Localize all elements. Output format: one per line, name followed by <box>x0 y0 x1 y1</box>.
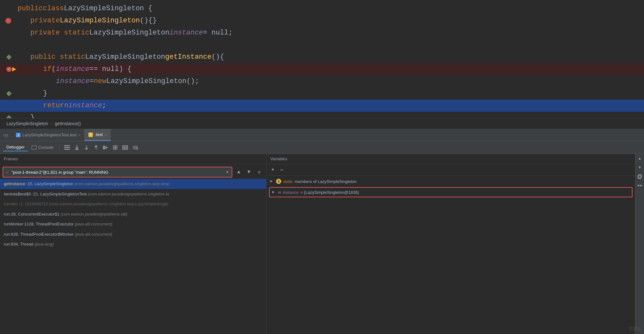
table-icon <box>122 145 128 150</box>
svg-rect-1 <box>64 147 70 148</box>
evaluate-button[interactable] <box>111 144 120 151</box>
more-icon <box>132 145 138 150</box>
var-expand-icon-1: ▶ <box>270 179 274 183</box>
frame-loc-1: :15, LazySimpleSingleton <box>26 181 74 186</box>
thread-check-icon: ✓ <box>6 170 10 175</box>
svg-marker-6 <box>106 146 108 149</box>
toolbar-sep-1 <box>59 144 60 151</box>
frame-pkg-2: (com.eamon.javadesignpatterns.singleton.… <box>88 192 169 196</box>
frames-panel: Frames ✓ "pool-1-thread-2"@1,821 in grou… <box>0 154 266 334</box>
var-instance-name: instance <box>283 190 298 195</box>
thread-up-button[interactable]: ▲ <box>234 168 243 177</box>
table-view-button[interactable] <box>120 144 130 151</box>
code-line-2: private LazySimpleSingleton (){} <box>0 15 644 27</box>
frame-item-run1[interactable]: run:28, ConcurrentExecutor$1 (com.eamon.… <box>0 209 266 219</box>
diamond-icon-10 <box>6 115 11 118</box>
expand-var-button[interactable] <box>278 166 286 174</box>
frame-item-lambda[interactable]: lambda$test$0 :21, LazySimpleSingletonTe… <box>0 189 266 199</box>
more-options-button[interactable] <box>131 144 140 151</box>
tab-label-2: :test <box>95 132 103 137</box>
svg-rect-0 <box>64 145 70 146</box>
run-cursor-icon <box>103 145 108 150</box>
console-tab[interactable]: Console <box>28 144 57 151</box>
side-up-icon[interactable]: ▲ <box>636 155 643 162</box>
infinity-icon: ∞ <box>278 190 281 195</box>
breadcrumb-bar: LazySimpleSingleton › getInstance() <box>0 118 644 129</box>
frame-loc-2: :21, LazySimpleSingletonTest <box>32 192 88 196</box>
variables-toolbar: + <box>266 164 635 176</box>
breadcrumb-method: getInstance() <box>55 121 81 126</box>
var-item-static[interactable]: ▶ S static members of LazySimpleSingleto… <box>266 177 635 186</box>
run-cursor-button[interactable] <box>101 144 110 151</box>
static-icon: S <box>276 179 281 184</box>
var-static-label: static <box>283 179 293 184</box>
code-line-8: } <box>0 87 644 100</box>
diamond-icon <box>6 55 11 60</box>
dropdown-arrow-icon: ▼ <box>226 170 229 174</box>
step-button[interactable] <box>62 144 72 151</box>
step-into-button[interactable] <box>72 144 81 151</box>
step-up-button[interactable] <box>92 144 101 151</box>
add-var-button[interactable]: + <box>269 166 277 174</box>
code-line-9: return instance ; <box>0 100 644 112</box>
frame-pkg-7: (java.lang) <box>34 242 54 247</box>
tab-label-1: LazySimpleSingletonTest.test <box>22 133 77 137</box>
tab-test-icon: T <box>88 133 93 137</box>
code-line-3: private static LazySimpleSingleton insta… <box>0 27 644 39</box>
tab-test[interactable]: T :test × <box>85 129 111 141</box>
side-copy-icon[interactable] <box>636 173 643 180</box>
var-static-text: members of LazySimpleSingleton <box>295 179 356 184</box>
frame-list: getInstance :15, LazySimpleSingleton (co… <box>0 179 266 334</box>
watermark: 亿课云 <box>629 326 641 331</box>
svg-rect-11 <box>123 146 128 149</box>
step-up-icon <box>94 145 99 150</box>
thread-controls: ▲ ▼ ⊘ <box>234 168 264 177</box>
var-instance-value: = {LazySimpleSingleton@1836} <box>300 190 359 195</box>
code-text-1: public <box>18 3 43 15</box>
tab-close-2[interactable]: × <box>105 133 107 137</box>
tab-bar: ug: J LazySimpleSingletonTest.test × T :… <box>0 129 644 141</box>
frame-item-run3[interactable]: run:834, Thread (java.lang) <box>0 239 266 249</box>
diamond-icon-8 <box>6 91 11 96</box>
code-line-7: instance = new LazySimpleSingleton(); <box>0 75 644 87</box>
var-item-instance[interactable]: ▶ ∞ instance = {LazySimpleSingleton@1836… <box>269 187 633 197</box>
debugger-tab[interactable]: Debugger <box>3 143 28 151</box>
frame-pkg-3: (com.eamon.javadesignpatterns.singleton.… <box>49 201 168 206</box>
frame-name-5: runWorker:1128, ThreadPoolExecutor <box>4 222 75 226</box>
thread-label: "pool-1-thread-2"@1,821 in group "main":… <box>11 170 108 175</box>
variables-header-label: Variables <box>270 156 287 161</box>
console-icon <box>32 146 37 149</box>
code-line-6: ✓ if ( instance == null) { <box>0 63 644 75</box>
frames-header: Frames <box>0 154 266 164</box>
var-expand-icon-2: ▶ <box>272 190 276 194</box>
gutter-10 <box>0 116 18 118</box>
thread-down-button[interactable]: ▼ <box>244 168 253 177</box>
svg-rect-7 <box>113 146 115 147</box>
svg-rect-9 <box>113 148 115 149</box>
frame-item-run2[interactable]: run:628, ThreadPoolExecutor$Worker (java… <box>0 229 266 239</box>
side-down-icon[interactable]: ▼ <box>636 164 643 171</box>
thread-filter-button[interactable]: ⊘ <box>255 168 264 177</box>
gutter-6: ✓ <box>0 67 18 72</box>
frame-item-runworker[interactable]: runWorker:1128, ThreadPoolExecutor (java… <box>0 219 266 229</box>
step-icon <box>64 145 70 150</box>
gutter-5 <box>0 55 18 59</box>
tab-lazysimplesingletontest[interactable]: J LazySimpleSingletonTest.test × <box>12 129 85 141</box>
frame-item-getinstance[interactable]: getInstance :15, LazySimpleSingleton (co… <box>0 179 266 189</box>
frame-name-7: run:834, Thread <box>4 242 34 247</box>
frame-name-4: run:28, ConcurrentExecutor$1 <box>4 212 61 216</box>
code-line-1: public class LazySimpleSingleton { <box>0 3 644 15</box>
side-glasses-icon[interactable]: 👓 <box>636 182 643 189</box>
thread-dropdown[interactable]: ✓ "pool-1-thread-2"@1,821 in group "main… <box>3 167 232 178</box>
frame-pkg-6: (java.util.concurrent) <box>75 232 112 237</box>
tab-close-1[interactable]: × <box>79 133 80 137</box>
step-down-button[interactable] <box>82 144 91 151</box>
step-down-icon <box>84 145 89 150</box>
frame-name-2: lambda$test$0 <box>4 192 31 196</box>
frame-item-handler[interactable]: handler:-1, 1016088722 (com.eamon.javade… <box>0 199 266 209</box>
frame-pkg-1: (com.eamon.javadesignpatterns.singleton.… <box>74 181 169 186</box>
tab-file-icon: J <box>16 133 20 137</box>
frame-pkg-4: (com.eamon.javadesignpatterns.util) <box>61 212 128 216</box>
breadcrumb-sep: › <box>51 121 52 126</box>
debug-toolbar: Debugger Console <box>0 141 644 154</box>
